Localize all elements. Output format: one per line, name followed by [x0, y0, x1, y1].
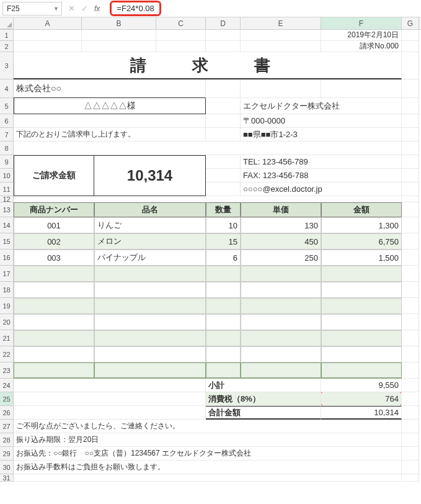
row-header[interactable]: 10	[0, 169, 14, 182]
cell[interactable]	[156, 41, 206, 52]
cell[interactable]	[206, 98, 241, 114]
cell[interactable]	[402, 266, 419, 282]
th-amount[interactable]: 金額	[321, 202, 402, 217]
cancel-icon[interactable]: ✕	[68, 4, 75, 13]
th-price[interactable]: 単価	[241, 202, 321, 217]
td-empty[interactable]	[321, 362, 402, 379]
note-2[interactable]: 振り込み期限：翌月20日	[14, 433, 402, 447]
cell[interactable]	[206, 41, 241, 52]
cell[interactable]	[402, 41, 419, 52]
cell[interactable]	[402, 182, 419, 196]
formula-input[interactable]: =F24*0.08	[106, 1, 419, 16]
cell[interactable]	[402, 474, 419, 482]
col-header-A[interactable]: A	[14, 17, 82, 29]
cell[interactable]	[402, 282, 419, 298]
cell[interactable]	[206, 155, 241, 169]
td-empty[interactable]	[241, 346, 321, 362]
td-empty[interactable]	[206, 266, 241, 282]
td-empty[interactable]	[206, 314, 241, 330]
row-header[interactable]: 5	[0, 98, 14, 114]
total-label-bot[interactable]	[14, 182, 94, 196]
row-header[interactable]: 17	[0, 266, 14, 282]
td-amount[interactable]: 6,750	[321, 233, 402, 250]
row-header[interactable]: 3	[0, 52, 14, 79]
td-empty[interactable]	[241, 266, 321, 282]
td-empty[interactable]	[206, 362, 241, 379]
row-header[interactable]: 20	[0, 314, 14, 330]
cell[interactable]	[402, 114, 419, 128]
cell[interactable]	[402, 346, 419, 362]
row-header[interactable]: 9	[0, 155, 14, 169]
td-price[interactable]: 250	[241, 250, 321, 266]
td-name[interactable]: パイナップル	[94, 250, 206, 266]
company-cell[interactable]: 株式会社○○	[14, 79, 206, 98]
td-empty[interactable]	[321, 282, 402, 298]
td-empty[interactable]	[321, 330, 402, 346]
col-header-E[interactable]: E	[241, 17, 321, 29]
td-empty[interactable]	[94, 266, 206, 282]
sender-name[interactable]: エクセルドクター株式会社	[241, 98, 402, 114]
note-1[interactable]: ご不明な点がございましたら、ご連絡ください。	[14, 420, 402, 433]
cell[interactable]	[241, 79, 321, 98]
td-empty[interactable]	[206, 346, 241, 362]
col-header-B[interactable]: B	[82, 17, 156, 29]
cell[interactable]	[402, 406, 419, 420]
td-amount[interactable]: 1,500	[321, 250, 402, 266]
col-header-F[interactable]: F	[321, 17, 402, 29]
td-name[interactable]: りんご	[94, 217, 206, 233]
cell[interactable]	[402, 250, 419, 266]
cell[interactable]	[402, 392, 419, 406]
cell[interactable]	[14, 379, 206, 392]
cell[interactable]	[402, 362, 419, 379]
cell[interactable]	[402, 98, 419, 114]
td-empty[interactable]	[94, 298, 206, 314]
td-empty[interactable]	[14, 346, 94, 362]
td-empty[interactable]	[241, 298, 321, 314]
row-header[interactable]: 29	[0, 447, 14, 461]
row-header[interactable]: 7	[0, 128, 14, 142]
row-header[interactable]: 30	[0, 461, 14, 474]
cell[interactable]	[14, 41, 82, 52]
td-amount[interactable]: 1,300	[321, 217, 402, 233]
th-qty[interactable]: 数量	[206, 202, 241, 217]
total-amount-top[interactable]	[94, 155, 206, 169]
cell[interactable]	[14, 30, 82, 41]
row-header[interactable]: 28	[0, 433, 14, 447]
cell[interactable]	[14, 474, 402, 482]
row-header[interactable]: 19	[0, 298, 14, 314]
cell[interactable]	[402, 420, 419, 433]
cell[interactable]	[402, 30, 419, 41]
cell[interactable]	[402, 217, 419, 233]
invoice-no-cell[interactable]: 請求No.000	[321, 41, 402, 52]
row-header[interactable]: 18	[0, 282, 14, 298]
note-4[interactable]: お振込み手数料はご負担をお願い致します。	[14, 461, 402, 474]
td-empty[interactable]	[14, 314, 94, 330]
cell[interactable]	[206, 182, 241, 196]
cell[interactable]	[402, 52, 419, 79]
cell[interactable]	[206, 114, 241, 128]
td-empty[interactable]	[321, 346, 402, 362]
cell[interactable]	[402, 128, 419, 142]
note-3[interactable]: お振込先：○○銀行 ○○支店（普）1234567 エクセルドクター株式会社	[14, 447, 402, 461]
col-header-G[interactable]: G	[402, 17, 419, 29]
enter-icon[interactable]: ✓	[81, 4, 88, 13]
td-empty[interactable]	[321, 314, 402, 330]
row-header[interactable]: 6	[0, 114, 14, 128]
tax-value[interactable]: 764	[321, 392, 402, 406]
invoice-title[interactable]: 請 求 書	[14, 52, 402, 79]
cell[interactable]	[14, 114, 206, 128]
td-empty[interactable]	[94, 346, 206, 362]
subtotal-label[interactable]: 小計	[206, 379, 321, 392]
dropdown-icon[interactable]: ▼	[53, 6, 59, 12]
td-qty[interactable]: 6	[206, 250, 241, 266]
cell[interactable]	[402, 330, 419, 346]
total-amount-bot[interactable]	[94, 182, 206, 196]
subtotal-value[interactable]: 9,550	[321, 379, 402, 392]
col-header-D[interactable]: D	[206, 17, 241, 29]
cell[interactable]	[14, 406, 206, 420]
td-no[interactable]: 001	[14, 217, 94, 233]
td-empty[interactable]	[14, 266, 94, 282]
total-label[interactable]	[14, 155, 94, 169]
cell[interactable]	[206, 169, 241, 182]
col-header-C[interactable]: C	[156, 17, 206, 29]
